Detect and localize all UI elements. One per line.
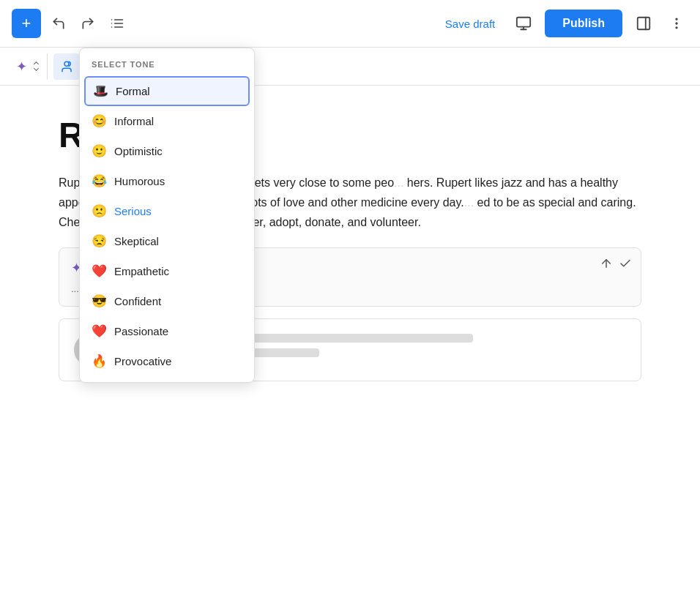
tone-item-serious[interactable]: 🙁Serious (80, 196, 254, 226)
monitor-icon (515, 15, 532, 31)
ai-suggestion-actions (600, 257, 632, 273)
svg-rect-6 (517, 18, 530, 27)
ai-upload-button[interactable] (600, 257, 613, 273)
tone-emoji-empathetic: ❤️ (92, 264, 107, 279)
second-toolbar: ✦ Try Again ⋮ SELECT TONE 🎩Formal😊Inform… (0, 48, 700, 86)
sidebar-icon (636, 15, 652, 31)
sidebar-toggle-button[interactable] (631, 11, 656, 36)
list-icon (110, 16, 124, 31)
monitor-button[interactable] (511, 11, 536, 36)
tone-label-serious: Serious (114, 205, 152, 217)
tone-label-empathetic: Empathetic (114, 265, 169, 277)
tone-emoji-formal: 🎩 (93, 83, 108, 99)
upload-icon (600, 257, 613, 270)
tone-emoji-confident: 😎 (92, 294, 107, 309)
person-wave-icon (60, 60, 73, 73)
tone-emoji-optimistic: 🙂 (92, 143, 107, 159)
tone-item-optimistic[interactable]: 🙂Optimistic (80, 136, 254, 166)
svg-point-12 (676, 23, 677, 24)
add-button[interactable]: + (12, 9, 41, 38)
tone-item-empathetic[interactable]: ❤️Empathetic (80, 256, 254, 286)
ai-persona-button[interactable] (53, 53, 80, 80)
tone-dropdown: SELECT TONE 🎩Formal😊Informal🙂Optimistic😂… (79, 48, 255, 383)
tone-label-provocative: Provocative (114, 355, 171, 367)
more-options-button[interactable] (665, 12, 688, 35)
list-view-button[interactable] (105, 12, 129, 35)
toolbar-right: Save draft Publish (438, 10, 688, 37)
redo-button[interactable] (76, 12, 100, 35)
tone-item-provocative[interactable]: 🔥Provocative (80, 346, 254, 376)
svg-point-13 (676, 27, 677, 29)
tone-list: 🎩Formal😊Informal🙂Optimistic😂Humorous🙁Ser… (80, 76, 254, 376)
ai-sparkle-button[interactable]: ✦ (12, 54, 31, 79)
dropdown-header: SELECT TONE (80, 54, 254, 76)
tone-item-skeptical[interactable]: 😒Skeptical (80, 226, 254, 256)
tone-label-humorous: Humorous (114, 175, 165, 187)
tone-label-informal: Informal (114, 115, 154, 127)
check-icon (619, 257, 632, 270)
svg-rect-9 (638, 18, 650, 30)
top-toolbar: + Save draft Publish (0, 0, 700, 48)
more-icon (669, 16, 684, 31)
svg-point-11 (676, 18, 677, 20)
tone-label-skeptical: Skeptical (114, 235, 159, 247)
save-draft-button[interactable]: Save draft (438, 13, 502, 34)
collapse-expand-button[interactable] (34, 62, 38, 70)
tone-label-formal: Formal (116, 85, 150, 97)
tone-item-formal[interactable]: 🎩Formal (84, 76, 250, 106)
tone-emoji-passionate: ❤️ (92, 324, 107, 339)
tone-label-optimistic: Optimistic (114, 145, 163, 157)
tone-item-confident[interactable]: 😎Confident (80, 286, 254, 316)
undo-button[interactable] (47, 12, 70, 35)
tone-label-confident: Confident (114, 295, 161, 307)
tone-emoji-skeptical: 😒 (92, 233, 107, 249)
ai-accept-button[interactable] (619, 257, 632, 273)
tone-emoji-serious: 🙁 (92, 203, 107, 219)
tone-emoji-humorous: 😂 (92, 173, 107, 189)
toolbar-left: + (12, 9, 432, 38)
tone-emoji-provocative: 🔥 (92, 354, 107, 369)
undo-icon (51, 16, 66, 31)
tone-item-informal[interactable]: 😊Informal (80, 106, 254, 136)
tone-item-humorous[interactable]: 😂Humorous (80, 166, 254, 196)
redo-icon (81, 16, 95, 31)
tone-emoji-informal: 😊 (92, 113, 107, 129)
chevron-down-icon (34, 66, 39, 71)
publish-button[interactable]: Publish (545, 10, 622, 37)
tone-item-passionate[interactable]: ❤️Passionate (80, 316, 254, 346)
tone-label-passionate: Passionate (114, 325, 168, 337)
svg-point-14 (64, 61, 69, 66)
